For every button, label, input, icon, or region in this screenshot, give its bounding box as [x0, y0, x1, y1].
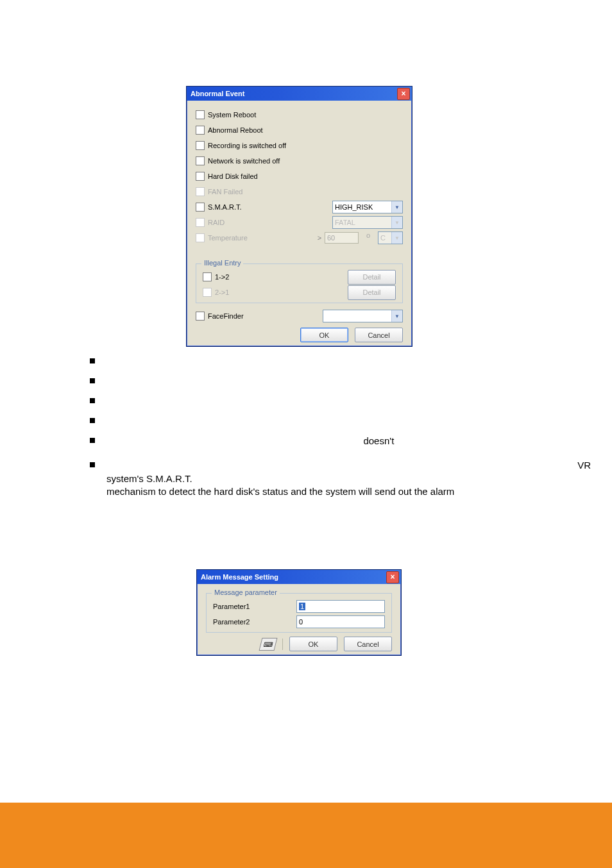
option-smart[interactable]: S.M.A.R.T. HIGH_RISK▼ [196, 199, 403, 215]
chevron-down-icon: ▼ [391, 217, 402, 228]
temp-unit-select: C▼ [378, 231, 403, 244]
group-label: Illegal Entry [201, 259, 243, 267]
temperature-input: 60 [325, 232, 359, 244]
checkbox[interactable] [196, 110, 205, 119]
keyboard-icon[interactable]: ⌨ [259, 638, 278, 651]
group-label: Message parameter [212, 588, 280, 596]
checkbox[interactable] [196, 141, 205, 150]
chevron-down-icon: ▼ [391, 310, 402, 322]
checkbox[interactable] [196, 126, 205, 135]
parameter1-input[interactable]: 1 [296, 600, 385, 613]
ok-button[interactable]: OK [300, 328, 348, 342]
checkbox[interactable] [196, 312, 205, 321]
parameter2-input[interactable]: 0 [296, 615, 385, 628]
bullet-icon [90, 358, 95, 363]
checkbox [203, 288, 212, 297]
bullet-icon [90, 418, 95, 423]
parameter1-label: Parameter1 [213, 603, 296, 610]
doc-bullets: ________________________________________… [90, 344, 558, 510]
option-fan-failed: FAN Failed [196, 184, 403, 199]
option-facefinder[interactable]: FaceFinder ▼ [196, 308, 403, 324]
cancel-button[interactable]: Cancel [355, 328, 403, 342]
page-footer [0, 786, 612, 868]
facefinder-select[interactable]: ▼ [323, 310, 403, 322]
option-raid: RAID FATAL▼ [196, 215, 403, 230]
bullet-icon [90, 438, 95, 443]
checkbox[interactable] [196, 203, 205, 212]
option-hdd-failed[interactable]: Hard Disk failed [196, 169, 403, 184]
entry-1-2[interactable]: 1->2 Detail [203, 269, 396, 285]
smart-select[interactable]: HIGH_RISK▼ [332, 201, 403, 213]
bullet-icon [90, 462, 95, 467]
titlebar: Alarm Message Setting × [197, 570, 401, 584]
chevron-down-icon: ▼ [391, 201, 402, 213]
detail-button: Detail [348, 285, 396, 300]
detail-button: Detail [348, 270, 396, 285]
bullet-icon [90, 398, 95, 403]
option-temperature: Temperature > 60 o C▼ [196, 230, 403, 246]
close-icon[interactable]: × [386, 571, 399, 583]
window-title: Abnormal Event [191, 90, 397, 97]
checkbox [196, 187, 205, 196]
raid-select: FATAL▼ [332, 216, 403, 229]
window-title: Alarm Message Setting [201, 573, 386, 581]
illegal-entry-group: Illegal Entry 1->2 Detail 2->1 Detail [196, 263, 403, 303]
checkbox[interactable] [196, 156, 205, 165]
ok-button[interactable]: OK [289, 637, 337, 651]
message-parameter-group: Message parameter Parameter1 1 Parameter… [206, 593, 392, 633]
option-system-reboot[interactable]: System Reboot [196, 107, 403, 122]
option-network-off[interactable]: Network is switched off [196, 153, 403, 169]
abnormal-event-dialog: Abnormal Event × System Reboot Abnormal … [186, 86, 412, 347]
checkbox[interactable] [203, 272, 212, 281]
titlebar: Abnormal Event × [187, 87, 412, 101]
parameter2-label: Parameter2 [213, 618, 296, 626]
cancel-button[interactable]: Cancel [344, 637, 392, 651]
bullet-icon [90, 378, 95, 383]
option-recording-off[interactable]: Recording is switched off [196, 138, 403, 153]
entry-2-1: 2->1 Detail [203, 285, 396, 300]
checkbox [196, 233, 205, 242]
checkbox[interactable] [196, 172, 205, 181]
alarm-message-setting-dialog: Alarm Message Setting × Message paramete… [196, 569, 402, 656]
chevron-down-icon: ▼ [391, 232, 402, 244]
close-icon[interactable]: × [397, 88, 410, 100]
checkbox [196, 218, 205, 227]
option-abnormal-reboot[interactable]: Abnormal Reboot [196, 122, 403, 138]
